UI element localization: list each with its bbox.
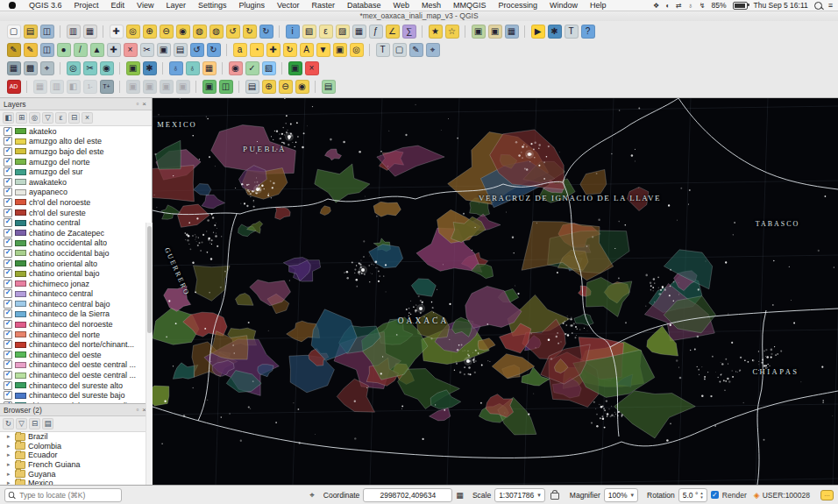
browser-item[interactable]: ▸ Guyana: [0, 469, 152, 479]
layer-row[interactable]: chinanteco del sureste medio: [0, 401, 152, 403]
tool-georeferencer-icon[interactable]: ⌖: [40, 61, 54, 75]
disclosure-triangle-icon[interactable]: ▸: [7, 443, 12, 450]
tool-zoom-resolution-icon[interactable]: ⊖: [279, 80, 293, 94]
messages-icon[interactable]: …: [820, 490, 834, 500]
layer-checkbox[interactable]: [4, 249, 12, 258]
tool-map-theme-green-icon[interactable]: ▣: [202, 80, 217, 94]
disclosure-triangle-icon[interactable]: ▸: [7, 461, 12, 468]
tool-zoom-in-icon[interactable]: ⊕: [143, 25, 157, 39]
layer-checkbox[interactable]: [4, 381, 12, 390]
charge-icon[interactable]: ↯: [700, 2, 706, 10]
map-canvas[interactable]: MEXICOPUEBLAVERACRUZ DE IGNACIO DE LA LL…: [153, 98, 838, 485]
tool-show-hidden-labels-icon[interactable]: ◎: [350, 43, 364, 57]
browser-item[interactable]: ▸ Brazil: [0, 432, 152, 442]
disclosure-triangle-icon[interactable]: ▸: [7, 451, 12, 458]
tool-zoom-out-icon[interactable]: ⊖: [160, 25, 174, 39]
tool-open-attribute-table-icon[interactable]: ▦: [352, 25, 366, 39]
layer-checkbox[interactable]: [4, 147, 12, 156]
tool-layout-manager-icon[interactable]: ▦: [83, 25, 97, 39]
layer-checkbox[interactable]: [4, 259, 12, 268]
layer-row[interactable]: ch'ol del sureste: [0, 208, 152, 218]
scale-lock-icon[interactable]: [550, 493, 559, 500]
open-layer-styling-icon[interactable]: ◧: [3, 112, 14, 124]
browser-dock-icon[interactable]: ▫: [134, 406, 140, 414]
tool-layer-diagram-icon[interactable]: ◔: [250, 43, 264, 57]
layer-row[interactable]: akateko: [0, 126, 152, 137]
menubar-item[interactable]: MMQGIS: [447, 1, 493, 10]
layer-row[interactable]: amuzgo del norte: [0, 157, 152, 167]
layer-row[interactable]: ch'ol del noroeste: [0, 197, 152, 208]
layers-scrollbar-thumb[interactable]: [147, 226, 152, 333]
tool-show-bookmarks-icon[interactable]: ☆: [445, 25, 459, 39]
tool-new-geopackage-layer-icon[interactable]: ▣: [472, 25, 486, 39]
tool-save-project-icon[interactable]: ◫: [40, 25, 54, 39]
tool-deselect-all-icon[interactable]: ▨: [336, 25, 350, 39]
layer-row[interactable]: chinanteco del sureste bajo: [0, 390, 152, 401]
layer-row[interactable]: chatino oriental bajo: [0, 268, 152, 279]
add-group-icon[interactable]: ⊞: [16, 112, 27, 124]
disclosure-triangle-icon[interactable]: ▸: [7, 471, 12, 478]
menubar-item[interactable]: Plugins: [232, 1, 271, 10]
tool-grass-tools-icon[interactable]: ▣: [126, 61, 140, 75]
tool-gps-tools-icon[interactable]: ◉: [229, 61, 243, 75]
layer-checkbox[interactable]: [4, 289, 12, 298]
layer-row[interactable]: chatino occidental bajo: [0, 248, 152, 259]
tool-xyz-tiles-icon[interactable]: ▦: [202, 61, 217, 75]
tool-toggle-editing-icon[interactable]: ✎: [24, 43, 38, 57]
layer-row[interactable]: ayapaneco: [0, 188, 152, 198]
remove-layer-icon[interactable]: ×: [82, 112, 93, 124]
tool-python-console-icon[interactable]: ▶: [531, 25, 545, 39]
tool-cut-features-icon[interactable]: ✂: [140, 43, 154, 57]
coordinate-value-box[interactable]: 2998702,409634: [363, 488, 452, 502]
tool-advanced-digitizing-icon[interactable]: AD: [7, 80, 21, 94]
menubar-clock[interactable]: Thu Sep 5 16:11: [754, 1, 808, 10]
tool-text-annotation-icon[interactable]: T: [565, 25, 579, 39]
notification-center-icon[interactable]: ≡: [828, 1, 833, 10]
sync-icon[interactable]: ⇄: [676, 2, 682, 10]
menubar-item[interactable]: Web: [387, 1, 415, 10]
tool-vector-buffer-icon[interactable]: ◎: [67, 61, 81, 75]
layer-row[interactable]: chinanteco central bajo: [0, 299, 152, 309]
rotation-spin-arrows-icon[interactable]: ▴▾: [700, 491, 703, 500]
filter-legend-icon[interactable]: ▽: [42, 112, 53, 124]
tool-help-icon[interactable]: ?: [581, 25, 595, 39]
tool-redo-icon[interactable]: ↻: [207, 43, 221, 57]
keyboard-icon[interactable]: ❖: [653, 2, 659, 10]
layer-checkbox[interactable]: [4, 188, 12, 196]
layer-checkbox[interactable]: [4, 360, 12, 369]
tool-new-shapefile-layer-icon[interactable]: ▣: [488, 25, 502, 39]
display-icon[interactable]: ◐: [665, 2, 670, 10]
menubar-item[interactable]: Project: [68, 1, 105, 10]
locator-box[interactable]: [4, 488, 122, 502]
apple-menu-icon[interactable]: [9, 2, 16, 9]
tool-identify-features-icon[interactable]: i: [286, 25, 300, 39]
layers-scrollbar[interactable]: [146, 223, 153, 503]
tool-zoom-to-selection-icon[interactable]: ◍: [193, 25, 207, 39]
menubar-item[interactable]: Processing: [492, 1, 543, 10]
tool-move-label-icon[interactable]: ✚: [266, 43, 281, 57]
tool-copy-features-icon[interactable]: ▣: [157, 43, 171, 57]
menubar-item[interactable]: Mesh: [415, 1, 447, 10]
layer-checkbox[interactable]: [4, 401, 12, 403]
layer-row[interactable]: chatino occidental alto: [0, 238, 152, 249]
browser-item[interactable]: ▸ Ecuador: [0, 451, 152, 460]
tool-current-edits-icon[interactable]: ✎: [7, 43, 21, 57]
menubar-item[interactable]: Edit: [105, 1, 131, 10]
crs-indicator[interactable]: ◈ USER:100028: [750, 490, 813, 500]
browser-item[interactable]: ▸ Colombia: [0, 442, 152, 451]
tool-delete-selected-icon[interactable]: ×: [124, 43, 138, 57]
tool-mesh-calculator-icon[interactable]: ▧: [262, 61, 276, 75]
layer-checkbox[interactable]: [4, 137, 12, 146]
tool-export-map-icon[interactable]: ◫: [219, 80, 233, 94]
tool-select-rectangle-icon[interactable]: ▧: [302, 25, 316, 39]
layer-checkbox[interactable]: [4, 209, 12, 217]
tool-wms-layer-icon[interactable]: ♁: [186, 61, 200, 75]
rotation-spinbox[interactable]: 5.0 ° ▴▾: [678, 488, 707, 502]
tool-full-histogram-icon[interactable]: T+: [100, 80, 114, 94]
menubar-item[interactable]: View: [131, 1, 160, 10]
layer-checkbox[interactable]: [4, 178, 12, 187]
layer-checkbox[interactable]: [4, 371, 12, 380]
tool-paste-features-icon[interactable]: ▤: [174, 43, 188, 57]
menubar-item[interactable]: QGIS 3.6: [23, 1, 68, 10]
tool-new-project-icon[interactable]: ▢: [7, 25, 21, 39]
